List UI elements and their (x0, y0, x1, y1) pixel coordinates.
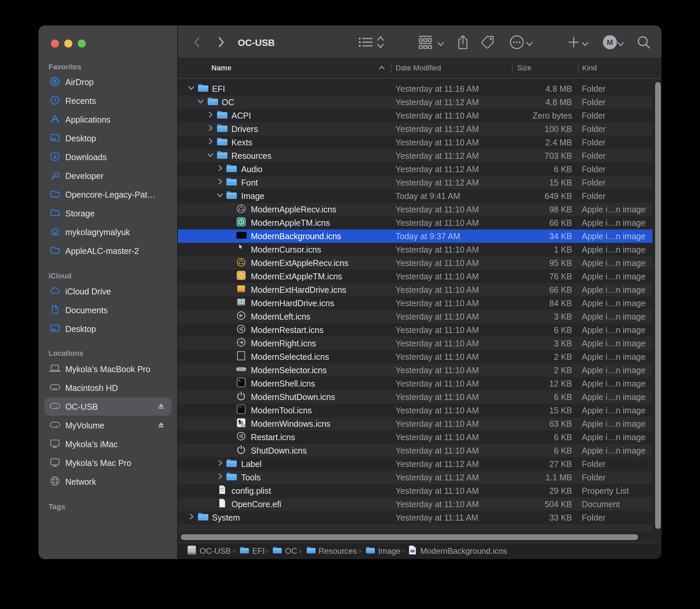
svg-text:EXEC: EXEC (239, 406, 243, 408)
svg-text:Continue: Continue (238, 369, 245, 370)
svg-text:M: M (607, 38, 613, 47)
svg-text:>_: >_ (239, 379, 242, 383)
